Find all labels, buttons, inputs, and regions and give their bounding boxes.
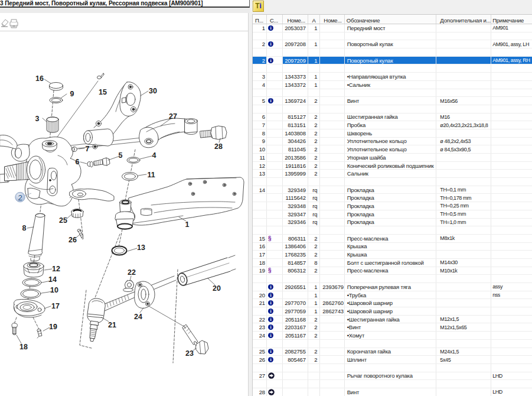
svg-text:18: 18 [19, 343, 28, 351]
svg-text:26: 26 [68, 236, 77, 244]
svg-text:11: 11 [147, 171, 155, 179]
svg-text:25: 25 [59, 216, 67, 225]
svg-text:24: 24 [134, 313, 142, 321]
svg-text:8: 8 [22, 224, 27, 232]
svg-text:27: 27 [169, 112, 177, 121]
svg-text:1: 1 [185, 220, 190, 229]
svg-text:23: 23 [185, 349, 194, 358]
svg-text:5: 5 [119, 151, 123, 160]
svg-text:6: 6 [76, 158, 80, 166]
svg-text:14: 14 [48, 275, 57, 284]
svg-text:10: 10 [50, 286, 58, 294]
svg-text:17: 17 [51, 302, 60, 310]
svg-text:19: 19 [49, 323, 57, 331]
svg-text:4: 4 [152, 151, 156, 160]
svg-text:13: 13 [137, 244, 145, 252]
svg-text:16: 16 [35, 74, 44, 83]
svg-text:9: 9 [70, 90, 74, 98]
svg-text:30: 30 [149, 87, 157, 95]
svg-text:7: 7 [86, 145, 90, 153]
svg-text:21: 21 [108, 321, 116, 329]
svg-text:20: 20 [213, 284, 221, 293]
svg-text:3: 3 [35, 115, 40, 123]
svg-text:22: 22 [128, 268, 136, 277]
svg-text:2: 2 [18, 193, 22, 202]
svg-text:28: 28 [214, 142, 223, 151]
svg-text:15: 15 [99, 88, 107, 96]
svg-text:12: 12 [52, 265, 60, 273]
